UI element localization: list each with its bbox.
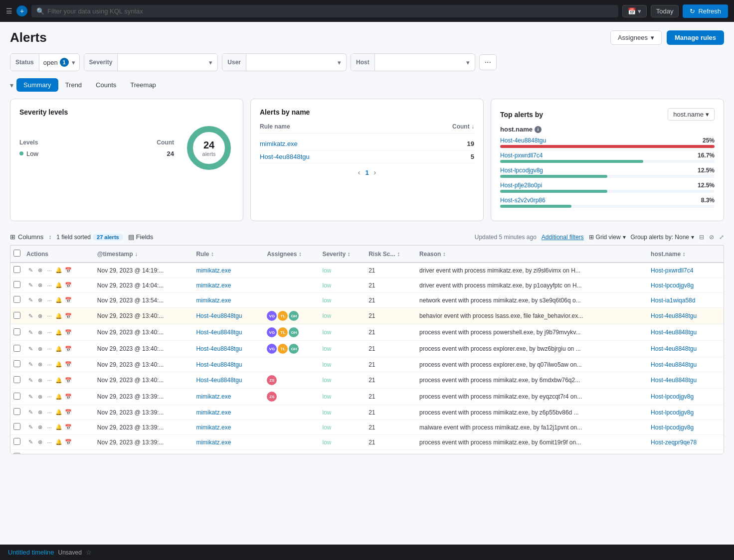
- columns-button[interactable]: ⊞ Columns: [10, 233, 43, 241]
- more-icon[interactable]: ···: [45, 376, 53, 384]
- row-checkbox-6[interactable]: [13, 360, 20, 367]
- bell-icon[interactable]: 🔔: [55, 267, 63, 275]
- row-select-cell[interactable]: [10, 293, 23, 308]
- col-rule[interactable]: Rule ↕: [193, 246, 264, 263]
- bell-icon[interactable]: 🔔: [55, 281, 63, 289]
- pencil-icon[interactable]: ✎: [26, 423, 34, 431]
- row-select-cell[interactable]: [10, 278, 23, 293]
- hostname-link-7[interactable]: Host-4eu8848tgu: [651, 377, 697, 384]
- plus-icon[interactable]: +: [16, 5, 27, 16]
- grid-view-button[interactable]: ⊞ Grid view ▾: [589, 234, 626, 241]
- row-rule-1[interactable]: mimikatz.exe: [193, 278, 264, 293]
- calendar-row-icon[interactable]: 📅: [64, 312, 72, 320]
- row-select-cell[interactable]: [10, 435, 23, 450]
- next-page-button[interactable]: ›: [374, 168, 376, 176]
- hostname-link-2[interactable]: Host-ia1wiqa58d: [651, 297, 695, 304]
- row-select-cell[interactable]: [10, 372, 23, 389]
- select-all-checkbox[interactable]: [13, 250, 20, 257]
- rule-link-1[interactable]: mimikatz.exe: [196, 282, 231, 289]
- row-checkbox-4[interactable]: [13, 328, 20, 335]
- hostname-link-11[interactable]: Host-zeqpr9qe78: [651, 439, 697, 446]
- calendar-button[interactable]: 📅 ▾: [622, 5, 647, 17]
- rule-link-3[interactable]: Host-4eu8848tgu: [196, 312, 242, 319]
- rule-link-12[interactable]: mimikatz.exe: [196, 454, 231, 455]
- share-icon[interactable]: ⊗: [36, 328, 44, 336]
- share-icon[interactable]: ⊗: [36, 393, 44, 401]
- pencil-icon[interactable]: ✎: [26, 312, 34, 320]
- pencil-icon[interactable]: ✎: [26, 361, 34, 369]
- row-checkbox-2[interactable]: [13, 296, 20, 303]
- host-filter[interactable]: Host ▾: [351, 53, 475, 71]
- more-icon[interactable]: ···: [45, 361, 53, 369]
- calendar-row-icon[interactable]: 📅: [64, 438, 72, 446]
- tab-counts[interactable]: Counts: [89, 78, 123, 92]
- tab-treemap[interactable]: Treemap: [123, 78, 163, 92]
- hostname-link-0[interactable]: Host-pxwrdll7c4: [651, 267, 693, 274]
- row-select-cell[interactable]: [10, 357, 23, 372]
- severity-filter-select[interactable]: ▾: [118, 59, 217, 66]
- bell-icon[interactable]: 🔔: [55, 328, 63, 336]
- row-rule-4[interactable]: Host-4eu8848tgu: [193, 324, 264, 341]
- bar-name-4[interactable]: Host-s2v2v0rp86: [500, 197, 546, 204]
- share-icon[interactable]: ⊗: [36, 281, 44, 289]
- bell-icon[interactable]: 🔔: [55, 438, 63, 446]
- row-rule-2[interactable]: mimikatz.exe: [193, 293, 264, 308]
- row-rule-3[interactable]: Host-4eu8848tgu: [193, 308, 264, 324]
- bar-name-0[interactable]: Host-4eu8848tgu: [500, 137, 546, 144]
- hostname-link-12[interactable]: Host-v2z2mlb0d6c: [651, 454, 700, 455]
- row-select-cell[interactable]: [10, 341, 23, 357]
- status-filter-value[interactable]: open 1 ▾: [39, 58, 79, 67]
- host-filter-select[interactable]: ▾: [375, 59, 475, 66]
- additional-filters-link[interactable]: Additional filters: [542, 234, 584, 241]
- calendar-row-icon[interactable]: 📅: [64, 281, 72, 289]
- info-icon[interactable]: i: [535, 126, 542, 133]
- select-all-header[interactable]: [10, 246, 23, 263]
- row-hostname-2[interactable]: Host-ia1wiqa58d: [648, 293, 724, 308]
- col-hostname[interactable]: host.name ↕: [648, 246, 724, 263]
- col-risk-score[interactable]: Risk Sc... ↕: [366, 246, 416, 263]
- rule-link-8[interactable]: mimikatz.exe: [196, 393, 231, 400]
- rule-link-10[interactable]: mimikatz.exe: [196, 424, 231, 431]
- bell-icon[interactable]: 🔔: [55, 423, 63, 431]
- row-rule-9[interactable]: mimikatz.exe: [193, 405, 264, 420]
- col-timestamp[interactable]: @timestamp ↓: [94, 246, 193, 263]
- col-severity[interactable]: Severity ↕: [319, 246, 366, 263]
- pencil-icon[interactable]: ✎: [26, 393, 34, 401]
- row-hostname-3[interactable]: Host-4eu8848tgu: [648, 308, 724, 324]
- row-rule-5[interactable]: Host-4eu8848tgu: [193, 341, 264, 357]
- collapse-button[interactable]: ▾: [10, 81, 13, 89]
- row-hostname-5[interactable]: Host-4eu8848tgu: [648, 341, 724, 357]
- calendar-row-icon[interactable]: 📅: [64, 453, 72, 455]
- share-icon[interactable]: ⊗: [36, 438, 44, 446]
- today-button[interactable]: Today: [651, 5, 679, 17]
- row-hostname-7[interactable]: Host-4eu8848tgu: [648, 372, 724, 389]
- rule-link-6[interactable]: Host-4eu8848tgu: [196, 361, 242, 368]
- rule-link-11[interactable]: mimikatz.exe: [196, 439, 231, 446]
- row-hostname-11[interactable]: Host-zeqpr9qe78: [648, 435, 724, 450]
- row-select-cell[interactable]: [10, 420, 23, 435]
- pencil-icon[interactable]: ✎: [26, 296, 34, 304]
- rule-link-5[interactable]: Host-4eu8848tgu: [196, 345, 242, 352]
- hostname-link-4[interactable]: Host-4eu8848tgu: [651, 329, 697, 336]
- assignees-button[interactable]: Assignees ▾: [610, 30, 662, 45]
- share-icon[interactable]: ⊗: [36, 296, 44, 304]
- row-hostname-0[interactable]: Host-pxwrdll7c4: [648, 263, 724, 278]
- row-checkbox-10[interactable]: [13, 423, 20, 430]
- row-hostname-10[interactable]: Host-lpcodjgv8g: [648, 420, 724, 435]
- row-rule-6[interactable]: Host-4eu8848tgu: [193, 357, 264, 372]
- col-reason[interactable]: Reason ↕: [416, 246, 648, 263]
- share-icon[interactable]: ⊗: [36, 423, 44, 431]
- calendar-row-icon[interactable]: 📅: [64, 376, 72, 384]
- pencil-icon[interactable]: ✎: [26, 453, 34, 455]
- share-icon[interactable]: ⊗: [36, 345, 44, 353]
- bell-icon[interactable]: 🔔: [55, 393, 63, 401]
- pencil-icon[interactable]: ✎: [26, 409, 34, 417]
- hostname-link-10[interactable]: Host-lpcodjgv8g: [651, 424, 694, 431]
- refresh-button[interactable]: ↻ Refresh: [683, 4, 728, 18]
- abn-rule-0[interactable]: mimikatz.exe: [260, 140, 298, 147]
- view-toggle-icon[interactable]: ⊟: [699, 234, 704, 241]
- calendar-row-icon[interactable]: 📅: [64, 423, 72, 431]
- tab-trend[interactable]: Trend: [58, 78, 89, 92]
- user-filter-select[interactable]: ▾: [246, 59, 346, 66]
- calendar-row-icon[interactable]: 📅: [64, 393, 72, 401]
